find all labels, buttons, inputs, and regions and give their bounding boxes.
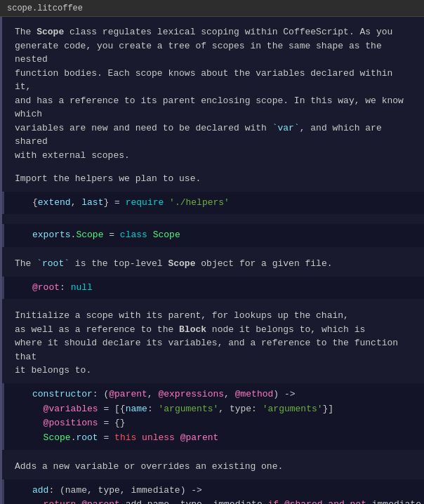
- content-area[interactable]: The Scope class regulates lexical scopin…: [0, 17, 424, 504]
- code-line: exports.Scope = class Scope: [32, 228, 424, 243]
- code-line: @positions = {}: [32, 416, 424, 431]
- code-block-2: exports.Scope = class Scope: [2, 224, 424, 247]
- title-bar: scope.litcoffee: [0, 0, 424, 17]
- code-line: add: (name, type, immediate) ->: [32, 484, 424, 498]
- prose-block-1: The Scope class regulates lexical scopin…: [2, 22, 424, 165]
- code-line: {extend, last} = require './helpers': [32, 196, 424, 211]
- code-line: return @parent.add name, type, immediate…: [32, 498, 424, 504]
- code-block-5: add: (name, type, immediate) -> return @…: [2, 479, 424, 504]
- code-line: @variables = [{name: 'arguments', type: …: [32, 402, 424, 417]
- prose-block-4: Initialize a scope with its parent, for …: [2, 306, 424, 380]
- code-block-4: constructor: (@parent, @expressions, @me…: [2, 383, 424, 450]
- code-block-3: @root: null: [2, 277, 424, 300]
- code-block-1: {extend, last} = require './helpers': [2, 192, 424, 215]
- code-line: constructor: (@parent, @expressions, @me…: [32, 387, 424, 402]
- prose-block-5: Adds a new variable or overrides an exis…: [2, 457, 424, 477]
- code-line: Scope.root = this unless @parent: [32, 431, 424, 446]
- prose-block-2: Import the helpers we plan to use.: [2, 169, 424, 189]
- code-line: @root: null: [32, 281, 424, 296]
- prose-block-3: The `root` is the top-level Scope object…: [2, 254, 424, 274]
- file-title: scope.litcoffee: [7, 4, 83, 13]
